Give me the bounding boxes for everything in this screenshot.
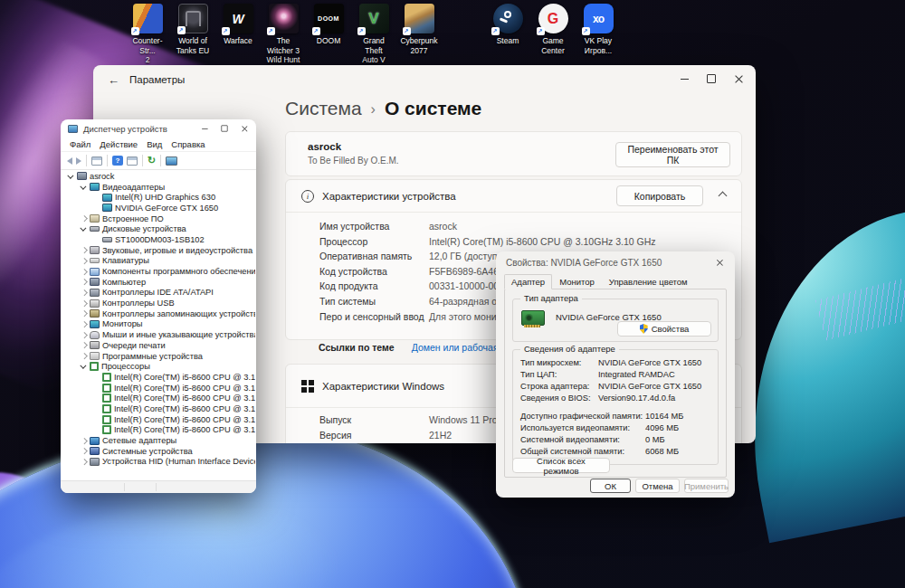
expander-closed-icon[interactable] [80,447,89,456]
tab-Монитор[interactable]: Монитор [552,274,602,289]
counter-strike-2-icon: ↗ [133,4,163,33]
back-arrow-icon[interactable]: ← [108,73,129,87]
toolbar-properties-icon[interactable] [127,155,138,167]
shortcut-arrow-icon: ↗ [222,27,230,35]
tree-item[interactable]: Очереди печати [62,340,255,351]
maximize-icon[interactable] [217,122,232,135]
breadcrumb-system[interactable]: Система [285,98,362,119]
device-manager-window: Диспетчер устройств ФайлДействиеВидСправ… [61,119,256,493]
tree-item[interactable]: Программные устройства [62,351,255,362]
cpu-icon [102,425,111,434]
close-icon[interactable] [237,122,252,135]
menu-item-Справка[interactable]: Справка [167,138,209,150]
tree-item[interactable]: Встроенное ПО [62,213,255,224]
toolbar-refresh-icon[interactable]: ↻ [148,155,156,167]
desktop-shortcut-the-witcher-3-wild-hunt[interactable]: ↗The Witcher 3 Wild Hunt [263,4,303,65]
expander-closed-icon[interactable] [80,309,89,318]
expander-closed-icon[interactable] [80,299,89,308]
tree-item[interactable]: Видеоадаптеры [62,182,255,193]
expander-closed-icon[interactable] [80,267,89,276]
toolbar-console-icon[interactable] [91,155,102,167]
rename-pc-button[interactable]: Переименовать этот ПК [615,142,730,167]
ok-button[interactable]: ОК [590,479,631,493]
desktop-shortcut-world-of-tanks-eu[interactable]: ↗World of Tanks EU [173,4,213,65]
tree-item[interactable]: Контроллеры IDE ATA/ATAPI [62,288,255,299]
tree-item[interactable]: Компоненты программного обеспечения [62,266,255,277]
info-value: 10164 МБ [645,411,683,422]
tab-Управление цветом[interactable]: Управление цветом [602,274,695,289]
tree-item[interactable]: Intel(R) Core(TM) i5-8600 CPU @ 3.10GHz [62,414,255,425]
expander-closed-icon[interactable] [80,256,89,265]
cyberpunk-2077-icon: ↗ [405,4,434,33]
expander-closed-icon[interactable] [80,319,89,328]
tree-item[interactable]: Intel(R) Core(TM) i5-8600 CPU @ 3.10GHz [62,403,255,414]
adapter-info-rows: Тип микросхем:NVIDIA GeForce GTX 1650Тип… [520,357,714,458]
tree-item[interactable]: Клавиатуры [62,256,255,267]
tree-item[interactable]: Мониторы [62,319,255,330]
desktop-shortcut-counter-strike-2[interactable]: ↗Counter-Str... 2 [128,4,167,65]
tree-item[interactable]: Дисковые устройства [62,223,255,234]
tree-item[interactable]: Intel(R) Core(TM) i5-8600 CPU @ 3.10GHz [62,372,255,383]
close-icon[interactable] [710,255,729,270]
tree-item[interactable]: Компьютер [62,277,255,288]
list-all-modes-button[interactable]: Список всех режимов [512,458,610,473]
expander-open-icon[interactable] [80,183,89,192]
tree-item[interactable]: ST1000DM003-1SB102 [62,234,255,245]
toolbar-help-icon[interactable]: ? [112,155,123,167]
softcomp-icon [90,268,100,276]
desktop-shortcut-warface[interactable]: W↗Warface [218,4,258,65]
cancel-button[interactable]: Отмена [635,479,680,493]
expander-closed-icon[interactable] [80,278,89,287]
desktop-shortcut-doom[interactable]: DOOM↗DOOM [309,4,348,65]
expander-closed-icon[interactable] [80,330,89,339]
tree-item[interactable]: Устройства HID (Human Interface Devices) [62,457,255,468]
tree-item[interactable]: Звуковые, игровые и видеоустройства [62,245,255,256]
apply-button[interactable]: Применить [684,479,729,493]
device-manager-window-controls [195,119,254,138]
info-value: 0 МБ [645,434,665,446]
expander-closed-icon[interactable] [80,214,89,223]
expander-closed-icon[interactable] [80,341,89,350]
audio-icon [90,246,100,254]
desktop-shortcut-cyberpunk-2077[interactable]: ↗Cyberpunk 2077 [399,4,439,65]
tree-item[interactable]: asrock [62,171,255,182]
tab-Адаптер[interactable]: Адаптер [504,274,552,289]
expander-closed-icon[interactable] [80,246,89,255]
expander-closed-icon[interactable] [80,436,89,445]
tree-item[interactable]: Процессоры [62,361,255,372]
tree-item[interactable]: NVIDIA GeForce GTX 1650 [62,203,255,213]
tree-item[interactable]: Intel(R) Core(TM) i5-8600 CPU @ 3.10GHz [62,393,255,403]
expander-none [92,373,101,382]
monitor-icon [90,320,100,328]
adapter-properties-button[interactable]: Свойства [617,321,711,337]
expander-closed-icon[interactable] [80,457,89,466]
tree-item[interactable]: Мыши и иные указывающие устройства [62,329,255,340]
menu-item-Файл[interactable]: Файл [65,138,95,150]
tree-item[interactable]: Контроллеры запоминающих устройств [62,308,255,319]
toolbar-forward-icon[interactable] [76,155,81,167]
tree-item[interactable]: Intel(R) Core(TM) i5-8600 CPU @ 3.10GHz [62,383,255,394]
tree-item[interactable]: Сетевые адаптеры [62,435,255,446]
forward-icon [76,157,81,165]
menu-item-Вид[interactable]: Вид [142,138,167,150]
expander-open-icon[interactable] [80,362,89,371]
minimize-icon[interactable] [197,122,212,135]
tree-item[interactable]: Системные устройства [62,446,255,457]
expander-closed-icon[interactable] [80,352,89,361]
expander-open-icon[interactable] [67,172,76,181]
tree-item[interactable]: Intel(R) UHD Graphics 630 [62,192,255,203]
menu-item-Действие[interactable]: Действие [95,138,142,150]
expander-open-icon[interactable] [80,224,89,233]
desktop-shortcut-grand-theft-auto-v[interactable]: V↗Grand Theft Auto V [354,4,394,65]
expander-closed-icon[interactable] [80,288,89,297]
desktop-shortcut-steam[interactable]: ↗Steam [488,4,528,65]
desktop-shortcut-vk-play[interactable]: xo↗VK Play Игров... [578,4,618,65]
copy-button[interactable]: Копировать [616,185,703,206]
tree-item[interactable]: Контроллеры USB [62,298,255,308]
adapter-properties-button-label: Свойства [652,324,690,334]
tree-item[interactable]: Intel(R) Core(TM) i5-8600 CPU @ 3.10GHz [62,425,255,436]
toolbar-monitor-icon[interactable] [166,155,177,167]
toolbar-back-icon[interactable] [67,155,72,167]
device-manager-app-icon [68,125,78,133]
desktop-shortcut-game-center[interactable]: G↗Game Center [533,4,573,65]
